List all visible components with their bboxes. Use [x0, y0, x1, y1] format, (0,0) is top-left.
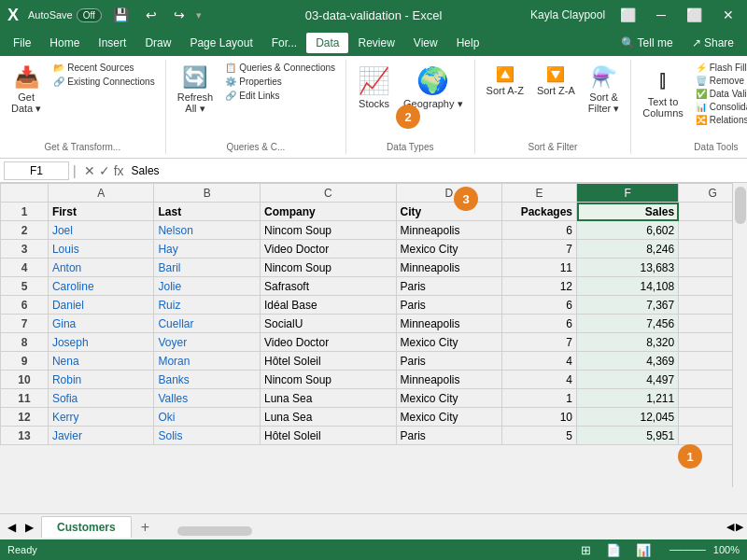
cell-11-F[interactable]: 1,211 — [577, 389, 679, 408]
page-break-view-button[interactable]: 📊 — [632, 541, 655, 559]
row-header-9[interactable]: 9 — [1, 352, 49, 371]
cell-6-D[interactable]: Paris — [396, 296, 502, 315]
cell-12-E[interactable]: 10 — [502, 408, 577, 427]
col-header-B[interactable]: B — [154, 184, 261, 203]
cell-12-C[interactable]: Luna Sea — [260, 408, 396, 427]
cell-4-E[interactable]: 11 — [502, 259, 577, 277]
cell-5-F[interactable]: 14,108 — [577, 277, 679, 296]
cell-2-B[interactable]: Nelson — [154, 221, 261, 240]
cell-4-F[interactable]: 13,683 — [577, 259, 679, 277]
cell-4-B[interactable]: Baril — [154, 259, 261, 277]
insert-function-icon[interactable]: fx — [114, 163, 124, 178]
cell-4-A[interactable]: Anton — [48, 259, 154, 277]
cell-10-F[interactable]: 4,497 — [577, 371, 679, 389]
edit-links-button[interactable]: 🔗Edit Links — [220, 90, 340, 102]
data-validation-button[interactable]: ✅Data Validation ▾ — [691, 88, 747, 100]
cell-9-D[interactable]: Paris — [396, 352, 502, 371]
row-header-6[interactable]: 6 — [1, 296, 49, 315]
cell-1-E[interactable]: Packages — [502, 203, 577, 221]
menu-data[interactable]: Data — [306, 33, 348, 53]
cell-12-D[interactable]: Mexico City — [396, 408, 502, 427]
scroll-right-icon[interactable]: ▶ — [21, 519, 37, 536]
row-header-12[interactable]: 12 — [1, 408, 49, 427]
cell-3-B[interactable]: Hay — [154, 240, 261, 259]
col-header-E[interactable]: E — [502, 184, 577, 203]
cell-13-A[interactable]: Javier — [48, 427, 154, 445]
cell-10-D[interactable]: Minneapolis — [396, 371, 502, 389]
cell-13-F[interactable]: 5,951 — [577, 427, 679, 445]
cell-10-E[interactable]: 4 — [502, 371, 577, 389]
col-header-F[interactable]: F — [577, 184, 679, 203]
cell-3-E[interactable]: 7 — [502, 240, 577, 259]
row-header-11[interactable]: 11 — [1, 389, 49, 408]
vertical-scrollbar[interactable] — [732, 183, 747, 487]
cell-13-E[interactable]: 5 — [502, 427, 577, 445]
cell-2-C[interactable]: Nincom Soup — [260, 221, 396, 240]
cell-8-D[interactable]: Mexico City — [396, 333, 502, 352]
cell-4-C[interactable]: Nincom Soup — [260, 259, 396, 277]
cell-7-C[interactable]: SocialU — [260, 315, 396, 333]
menu-file[interactable]: File — [4, 33, 40, 53]
remove-duplicates-button[interactable]: 🗑️Remove Duplicates — [691, 75, 747, 87]
cell-12-A[interactable]: Kerry — [48, 408, 154, 427]
cell-5-D[interactable]: Paris — [396, 277, 502, 296]
menu-review[interactable]: Review — [348, 33, 403, 53]
cell-10-A[interactable]: Robin — [48, 371, 154, 389]
cell-11-B[interactable]: Valles — [154, 389, 261, 408]
share-button[interactable]: ↗ Share — [683, 33, 743, 53]
scroll-thumb[interactable] — [735, 187, 746, 224]
cell-6-F[interactable]: 7,367 — [577, 296, 679, 315]
cell-6-E[interactable]: 6 — [502, 296, 577, 315]
properties-button[interactable]: ⚙️Properties — [220, 76, 340, 88]
menu-insert[interactable]: Insert — [89, 33, 135, 53]
cancel-formula-icon[interactable]: ✕ — [84, 163, 95, 178]
redo-button[interactable]: ↪ — [168, 6, 190, 24]
recent-sources-button[interactable]: 📂Recent Sources — [49, 62, 159, 74]
cell-reference-input[interactable] — [4, 161, 69, 180]
sheet-tab-customers[interactable]: Customers — [41, 516, 132, 538]
cell-10-B[interactable]: Banks — [154, 371, 261, 389]
refresh-all-button[interactable]: 🔄 Refresh All ▾ — [172, 62, 219, 119]
row-header-8[interactable]: 8 — [1, 333, 49, 352]
cell-1-D[interactable]: City — [396, 203, 502, 221]
cell-11-A[interactable]: Sofia — [48, 389, 154, 408]
cell-7-E[interactable]: 6 — [502, 315, 577, 333]
cell-1-F[interactable]: Sales — [577, 203, 679, 221]
autosave-state[interactable]: Off — [77, 8, 102, 22]
row-header-5[interactable]: 5 — [1, 277, 49, 296]
cell-12-F[interactable]: 12,045 — [577, 408, 679, 427]
cell-9-F[interactable]: 4,369 — [577, 352, 679, 371]
text-to-columns-button[interactable]: ⫿ Text to Columns — [637, 62, 688, 122]
cell-9-C[interactable]: Hôtel Soleil — [260, 352, 396, 371]
menu-page-layout[interactable]: Page Layout — [180, 33, 261, 53]
cell-3-F[interactable]: 8,246 — [577, 240, 679, 259]
sort-descending-button[interactable]: 🔽 Sort Z-A — [531, 62, 581, 100]
col-header-D[interactable]: D — [396, 184, 502, 203]
row-header-13[interactable]: 13 — [1, 427, 49, 445]
cell-2-E[interactable]: 6 — [502, 221, 577, 240]
add-sheet-button[interactable]: + — [132, 515, 159, 539]
cell-5-C[interactable]: Safrasoft — [260, 277, 396, 296]
col-header-C[interactable]: C — [260, 184, 396, 203]
tell-me[interactable]: 🔍 Tell me — [612, 33, 683, 53]
cell-5-B[interactable]: Jolie — [154, 277, 261, 296]
menu-home[interactable]: Home — [40, 33, 89, 53]
cell-13-D[interactable]: Paris — [396, 427, 502, 445]
scrollbar-track-h[interactable] — [159, 518, 723, 536]
cell-10-C[interactable]: Nincom Soup — [260, 371, 396, 389]
cell-7-A[interactable]: Gina — [48, 315, 154, 333]
menu-help[interactable]: Help — [447, 33, 489, 53]
h-scroll-thumb[interactable] — [177, 526, 252, 536]
cell-7-B[interactable]: Cuellar — [154, 315, 261, 333]
cell-2-F[interactable]: 6,602 — [577, 221, 679, 240]
restore-button[interactable]: ⬜ — [681, 6, 708, 24]
cell-11-D[interactable]: Mexico City — [396, 389, 502, 408]
cell-8-C[interactable]: Video Doctor — [260, 333, 396, 352]
confirm-formula-icon[interactable]: ✓ — [99, 163, 110, 178]
row-header-3[interactable]: 3 — [1, 240, 49, 259]
nav-right[interactable]: ▶ — [736, 521, 743, 533]
menu-view[interactable]: View — [404, 33, 447, 53]
cell-11-E[interactable]: 1 — [502, 389, 577, 408]
cell-6-C[interactable]: Idéal Base — [260, 296, 396, 315]
cell-9-B[interactable]: Moran — [154, 352, 261, 371]
